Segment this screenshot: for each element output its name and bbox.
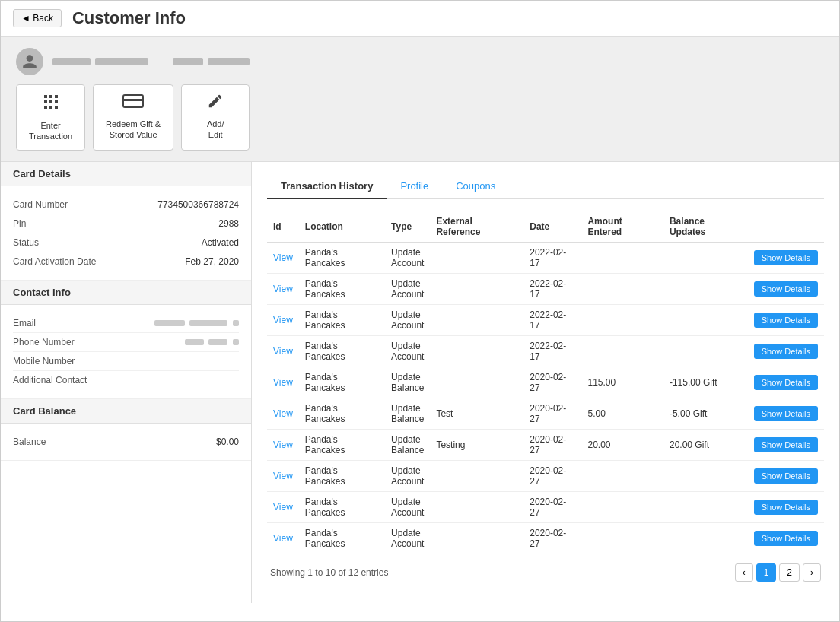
redeem-gift-button[interactable]: Redeem Gift &Stored Value: [93, 84, 173, 151]
row-id[interactable]: View: [267, 398, 299, 429]
row-amount: [581, 242, 663, 273]
row-id[interactable]: View: [267, 242, 299, 273]
row-external-ref: [430, 367, 523, 398]
table-row: View Panda's Pancakes UpdateAccount 2022…: [267, 335, 824, 367]
pin-row: Pin 2988: [13, 214, 239, 233]
left-panel: Card Details Card Number 773450036678872…: [1, 162, 252, 603]
row-action[interactable]: Show Details: [748, 491, 824, 522]
show-details-button[interactable]: Show Details: [754, 344, 818, 359]
table-row: View Panda's Pancakes UpdateAccount 2020…: [267, 460, 824, 491]
row-id[interactable]: View: [267, 429, 299, 460]
table-row: View Panda's Pancakes UpdateAccount 2020…: [267, 491, 824, 522]
row-location: Panda's Pancakes: [299, 398, 385, 429]
balance-value: $0.00: [216, 436, 239, 447]
page-1-button[interactable]: 1: [756, 563, 777, 582]
email-value: [154, 318, 239, 328]
row-external-ref: [430, 491, 523, 522]
prev-page-button[interactable]: ‹: [735, 563, 753, 582]
col-id: Id: [267, 211, 299, 243]
back-button[interactable]: ◄ Back: [13, 9, 62, 27]
svg-rect-10: [123, 99, 143, 101]
col-location: Location: [299, 211, 385, 243]
row-action[interactable]: Show Details: [748, 398, 824, 429]
row-action[interactable]: Show Details: [748, 304, 824, 335]
row-action[interactable]: Show Details: [748, 335, 824, 367]
row-date: 2020-02-27: [523, 429, 581, 460]
show-details-button[interactable]: Show Details: [754, 406, 818, 421]
pagination-controls: ‹ 1 2 ›: [735, 563, 821, 582]
row-external-ref: Test: [430, 398, 523, 429]
show-details-button[interactable]: Show Details: [754, 437, 818, 452]
row-balance: [663, 335, 748, 367]
svg-rect-5: [55, 100, 58, 103]
edit-icon: [207, 93, 224, 114]
row-date: 2020-02-27: [523, 398, 581, 429]
enter-transaction-button[interactable]: EnterTransaction: [16, 84, 85, 151]
additional-contact-label: Additional Contact: [13, 375, 87, 386]
show-details-button[interactable]: Show Details: [754, 531, 818, 546]
customer-bar: EnterTransaction Redeem Gift &Stored Val…: [1, 37, 839, 162]
row-type: UpdateAccount: [385, 335, 430, 367]
row-id[interactable]: View: [267, 460, 299, 491]
row-type: UpdateBalance: [385, 367, 430, 398]
table-row: View Panda's Pancakes UpdateBalance 2020…: [267, 367, 824, 398]
mobile-row: Mobile Number: [13, 352, 239, 371]
show-details-button[interactable]: Show Details: [754, 250, 818, 265]
row-action[interactable]: Show Details: [748, 273, 824, 304]
svg-rect-8: [55, 106, 58, 109]
row-action[interactable]: Show Details: [748, 367, 824, 398]
tab-transaction-history[interactable]: Transaction History: [267, 174, 387, 199]
row-location: Panda's Pancakes: [299, 460, 385, 491]
pagination-row: Showing 1 to 10 of 12 entries ‹ 1 2 ›: [267, 554, 824, 591]
row-action[interactable]: Show Details: [748, 460, 824, 491]
pin-value: 2988: [218, 218, 239, 229]
tab-profile[interactable]: Profile: [387, 174, 442, 199]
card-details-header: Card Details: [1, 162, 251, 186]
row-id[interactable]: View: [267, 367, 299, 398]
row-external-ref: [430, 304, 523, 335]
row-location: Panda's Pancakes: [299, 522, 385, 554]
svg-rect-6: [44, 106, 47, 109]
table-row: View Panda's Pancakes UpdateAccount 2020…: [267, 522, 824, 554]
row-amount: [581, 491, 663, 522]
row-action[interactable]: Show Details: [748, 522, 824, 554]
row-id[interactable]: View: [267, 304, 299, 335]
col-balance: Balance Updates: [663, 211, 748, 243]
col-action: [748, 211, 824, 243]
show-details-button[interactable]: Show Details: [754, 468, 818, 484]
row-action[interactable]: Show Details: [748, 429, 824, 460]
card-number-label: Card Number: [13, 199, 68, 210]
activation-date-label: Card Activation Date: [13, 256, 96, 267]
mobile-label: Mobile Number: [13, 356, 75, 367]
row-balance: [663, 304, 748, 335]
avatar: [16, 48, 43, 75]
next-page-button[interactable]: ›: [803, 563, 821, 582]
row-action[interactable]: Show Details: [748, 242, 824, 273]
row-balance: -115.00 Gift: [663, 367, 748, 398]
add-edit-button[interactable]: Add/Edit: [181, 84, 250, 151]
show-details-button[interactable]: Show Details: [754, 313, 818, 328]
row-amount: [581, 522, 663, 554]
additional-contact-row: Additional Contact: [13, 371, 239, 389]
row-balance: -5.00 Gift: [663, 398, 748, 429]
svg-rect-0: [44, 95, 47, 98]
balance-label: Balance: [13, 436, 46, 447]
row-date: 2022-02-17: [523, 242, 581, 273]
row-type: UpdateAccount: [385, 491, 430, 522]
show-details-button[interactable]: Show Details: [754, 500, 818, 515]
row-amount: [581, 335, 663, 367]
row-id[interactable]: View: [267, 335, 299, 367]
row-type: UpdateBalance: [385, 429, 430, 460]
row-id[interactable]: View: [267, 491, 299, 522]
page-2-button[interactable]: 2: [779, 563, 800, 582]
show-details-button[interactable]: Show Details: [754, 281, 818, 297]
row-external-ref: [430, 522, 523, 554]
customer-name: [52, 58, 250, 65]
table-row: View Panda's Pancakes UpdateAccount 2022…: [267, 273, 824, 304]
row-balance: 20.00 Gift: [663, 429, 748, 460]
tab-coupons[interactable]: Coupons: [442, 174, 509, 199]
row-id[interactable]: View: [267, 273, 299, 304]
card-icon: [123, 93, 144, 114]
row-id[interactable]: View: [267, 522, 299, 554]
show-details-button[interactable]: Show Details: [754, 375, 818, 390]
